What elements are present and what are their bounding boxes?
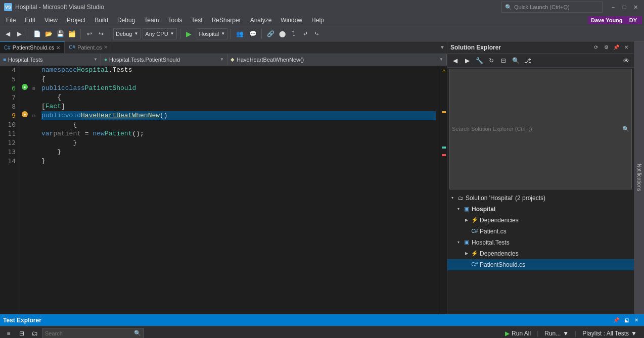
step-into-button[interactable]: ⤶: [300, 28, 311, 39]
test-search-input[interactable]: [45, 330, 134, 336]
expand-arrow[interactable]: ▾: [449, 196, 455, 200]
platform-dropdown[interactable]: Any CPU ▼: [143, 28, 176, 39]
menu-view[interactable]: View: [40, 15, 62, 26]
expand-arrow[interactable]: ▾: [455, 240, 462, 245]
app-icon: VS: [4, 3, 12, 11]
sol-refresh-btn[interactable]: ↻: [486, 55, 497, 66]
menu-file[interactable]: File: [2, 15, 20, 26]
test-toolbar-btn2[interactable]: ⊟: [16, 328, 27, 339]
attach-button[interactable]: 🔗: [265, 28, 276, 39]
tree-solution[interactable]: ▾ 🗂 Solution 'Hospital' (2 projects): [447, 192, 634, 204]
fold-6[interactable]: ⊟: [30, 84, 37, 93]
solution-sync-button[interactable]: ⟳: [591, 43, 601, 52]
run-dropdown-button[interactable]: Run... ▼: [540, 328, 573, 339]
menu-team[interactable]: Team: [140, 15, 163, 26]
code-line-5: {: [41, 75, 436, 84]
expand-arrow[interactable]: ▶: [464, 251, 470, 256]
tab-list-dropdown[interactable]: ▼: [438, 41, 447, 53]
tree-project-hospital-tests[interactable]: ▾ ▣ Hospital.Tests: [447, 237, 634, 248]
tree-project-hospital[interactable]: ▾ ▣ Hospital: [447, 204, 634, 215]
code-line-12: }: [41, 138, 436, 148]
menu-resharper[interactable]: ReSharper: [208, 15, 245, 26]
open-button[interactable]: 📂: [43, 28, 54, 39]
step-over-button[interactable]: ⤵: [288, 28, 299, 39]
editor-tab-bar: C# PatientShould.cs ✕ C# Patient.cs ✕ ▼: [0, 41, 447, 54]
sol-collapseall-btn[interactable]: ⊟: [498, 55, 509, 66]
notifications-sidebar[interactable]: Notifications: [634, 41, 644, 314]
redo-button[interactable]: ↪: [96, 28, 107, 39]
tab-close-button[interactable]: ✕: [56, 45, 60, 51]
test-expand-button[interactable]: ⬕: [622, 316, 631, 325]
sol-props-btn[interactable]: 🔧: [474, 55, 485, 66]
menu-test[interactable]: Test: [188, 15, 207, 26]
tab-close-button[interactable]: ✕: [104, 44, 108, 50]
save-button[interactable]: 💾: [55, 28, 66, 39]
playlist-button[interactable]: Playlist : All Tests ▼: [578, 328, 641, 339]
sol-filter-btn[interactable]: 🔍: [510, 55, 521, 66]
quick-launch[interactable]: 🔍 Quick Launch (Ctrl+Q): [501, 2, 603, 13]
save-all-button[interactable]: 🗂️: [66, 28, 77, 39]
line-num-13: 13: [2, 148, 16, 157]
tree-dependencies-1[interactable]: ▶ ⚡ Dependencies: [447, 215, 634, 226]
solution-settings-button[interactable]: ⚙: [602, 43, 611, 52]
tab-patientcs[interactable]: C# Patient.cs ✕: [65, 41, 112, 53]
menu-analyze[interactable]: Analyze: [246, 15, 276, 26]
solution-search-input[interactable]: [452, 126, 622, 132]
step-out-button[interactable]: ⤷: [311, 28, 323, 39]
sol-forward-btn[interactable]: ▶: [462, 55, 473, 66]
undo-button[interactable]: ↩: [84, 28, 95, 39]
back-button[interactable]: ◀: [2, 28, 13, 39]
gutter-mark-teal: [442, 147, 446, 149]
restore-button[interactable]: □: [620, 3, 629, 12]
namespace-dropdown[interactable]: ■Hospital.Tests ▼: [0, 54, 101, 65]
code-editor[interactable]: 4 5 6 7 8 9 10 11 12 13 14 ● ● ⊟: [0, 66, 447, 314]
expand-arrow[interactable]: ▶: [464, 218, 470, 222]
method-dropdown[interactable]: ◆HaveHeartBeatWhenNew() ▼: [227, 54, 447, 65]
test-group-btn[interactable]: 🗂: [29, 328, 40, 339]
sol-preview-btn[interactable]: 👁: [621, 55, 632, 66]
test-close-button[interactable]: ✕: [632, 316, 641, 325]
user-badge[interactable]: Dave Young DY: [588, 16, 642, 24]
menu-project[interactable]: Project: [63, 15, 89, 26]
test-pin-button[interactable]: 📌: [612, 316, 621, 325]
test-toolbar-btn1[interactable]: ≡: [3, 328, 14, 339]
test-search[interactable]: 🔍: [42, 328, 144, 339]
tree-dependencies-2[interactable]: ▶ ⚡ Dependencies: [447, 248, 634, 259]
run-all-button[interactable]: ▶ Run All: [501, 328, 535, 339]
code-line-4: namespace Hospital.Tests: [41, 66, 436, 75]
menu-edit[interactable]: Edit: [21, 15, 39, 26]
start-button[interactable]: ▶: [183, 28, 195, 39]
solution-pin-button[interactable]: 📌: [612, 43, 621, 52]
new-project-button[interactable]: 📄: [31, 28, 42, 39]
debug-config-dropdown[interactable]: Debug ▼: [113, 28, 141, 39]
expand-arrow[interactable]: ▾: [455, 207, 462, 211]
menu-window[interactable]: Window: [277, 15, 306, 26]
sol-back-btn[interactable]: ◀: [449, 55, 461, 66]
team-button[interactable]: 👥: [234, 28, 245, 39]
menu-build[interactable]: Build: [90, 15, 112, 26]
forward-button[interactable]: ▶: [14, 28, 25, 39]
breakpoints-button[interactable]: ⬤: [277, 28, 288, 39]
minimize-button[interactable]: −: [609, 3, 618, 12]
close-button[interactable]: ✕: [631, 3, 640, 12]
class-dropdown[interactable]: ●Hospital.Tests.PatientShould ▼: [101, 54, 227, 65]
menu-help[interactable]: Help: [307, 15, 328, 26]
context-bar: ■Hospital.Tests ▼ ●Hospital.Tests.Patien…: [0, 54, 447, 66]
tree-patientshouldcs[interactable]: C# PatientShould.cs: [447, 259, 634, 270]
test-toolbar-sep1: |: [537, 330, 538, 337]
fold-9[interactable]: ⊟: [30, 111, 37, 120]
breakpoint-indicator-6[interactable]: ●: [22, 84, 28, 90]
feedback-button[interactable]: 💬: [247, 28, 258, 39]
breakpoint-indicator-9[interactable]: ●: [22, 111, 28, 117]
tree-patient-cs[interactable]: C# Patient.cs: [447, 226, 634, 237]
code-line-7: {: [41, 93, 436, 102]
fold-7: [30, 93, 37, 102]
menu-debug[interactable]: Debug: [113, 15, 139, 26]
solution-close-button[interactable]: ✕: [622, 43, 631, 52]
menu-tools[interactable]: Tools: [164, 15, 187, 26]
tab-patientshouldcs[interactable]: C# PatientShould.cs ✕: [0, 41, 65, 53]
sol-git-btn[interactable]: ⎇: [522, 55, 533, 66]
solution-search[interactable]: 🔍: [449, 69, 632, 189]
start-project-dropdown[interactable]: Hospital ▼: [197, 28, 228, 39]
code-content[interactable]: namespace Hospital.Tests { public class …: [37, 66, 440, 314]
